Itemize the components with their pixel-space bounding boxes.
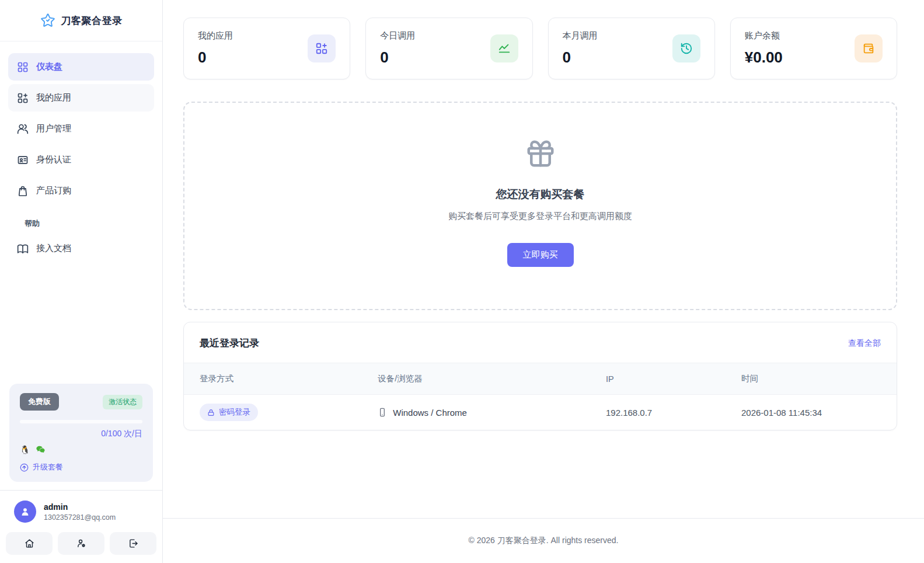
plan-card: 免费版 激活状态 0/100 次/日 🐧 <box>9 384 153 482</box>
gift-icon <box>184 138 896 172</box>
empty-state-title: 您还没有购买套餐 <box>184 187 896 202</box>
stat-card-my-apps: 我的应用 0 <box>183 18 350 79</box>
app-root: 刀客聚合登录 仪表盘 我的应用 <box>0 0 924 563</box>
qq-icon: 🐧 <box>20 446 30 454</box>
dashboard-grid-icon <box>17 61 29 73</box>
quota-text: 0/100 次/日 <box>20 429 142 439</box>
plan-status-badge: 激活状态 <box>103 395 142 409</box>
quota-progress-bar <box>20 420 142 423</box>
stat-label: 我的应用 <box>198 30 233 41</box>
copyright-footer: © 2026 刀客聚合登录. All rights reserved. <box>163 518 924 563</box>
sidebar-item-label: 接入文档 <box>36 243 71 254</box>
stat-value: 0 <box>198 48 233 67</box>
login-method-badge: 密码登录 <box>200 404 258 421</box>
device-icon <box>378 408 387 417</box>
stat-value: 0 <box>563 48 598 67</box>
empty-state-subtitle: 购买套餐后可享受更多登录平台和更高调用额度 <box>184 211 896 222</box>
sidebar-item-my-apps[interactable]: 我的应用 <box>8 84 154 112</box>
sidebar-item-label: 仪表盘 <box>36 61 62 72</box>
avatar <box>14 501 36 523</box>
stat-value: 0 <box>380 48 415 67</box>
stat-value: ¥0.00 <box>745 48 783 67</box>
stat-card-balance: 账户余额 ¥0.00 <box>730 18 897 79</box>
stat-label: 账户余额 <box>745 30 783 41</box>
column-header-device: 设备/浏览器 <box>362 363 590 395</box>
grid-plus-icon <box>308 34 336 62</box>
book-icon <box>17 243 29 255</box>
home-button[interactable] <box>6 532 53 555</box>
user-block: admin 1302357281@qq.com <box>0 490 162 529</box>
users-icon <box>17 123 29 135</box>
user-email: 1302357281@qq.com <box>44 513 116 522</box>
wechat-icon <box>36 444 46 454</box>
device-cell: Windows / Chrome <box>378 408 574 418</box>
no-package-panel: 您还没有购买套餐 购买套餐后可享受更多登录平台和更高调用额度 立即购买 <box>183 102 897 310</box>
sidebar-item-docs[interactable]: 接入文档 <box>8 235 154 262</box>
plan-name-badge: 免费版 <box>20 393 59 411</box>
buy-now-button[interactable]: 立即购买 <box>507 243 574 267</box>
main-content: 我的应用 0 今日调用 0 <box>163 0 924 563</box>
ip-cell: 192.168.0.7 <box>590 395 726 430</box>
column-header-method: 登录方式 <box>184 363 362 395</box>
upgrade-plan-label: 升级套餐 <box>33 462 63 472</box>
star-logo-icon <box>40 13 55 28</box>
recent-logins-table: 登录方式 设备/浏览器 IP 时间 <box>184 363 897 430</box>
sidebar-item-label: 产品订购 <box>36 185 71 196</box>
sidebar-item-label: 我的应用 <box>36 92 71 103</box>
logo: 刀客聚合登录 <box>0 0 162 41</box>
sidebar-item-user-management[interactable]: 用户管理 <box>8 115 154 143</box>
help-section-label: 帮助 <box>25 218 146 229</box>
user-actions <box>0 529 162 563</box>
history-clock-icon <box>672 34 700 62</box>
view-all-link[interactable]: 查看全部 <box>848 338 881 349</box>
stat-card-month-calls: 本月调用 0 <box>548 18 715 79</box>
recent-logins-card: 最近登录记录 查看全部 登录方式 设备/浏览器 IP 时间 <box>183 322 897 430</box>
account-settings-button[interactable] <box>58 532 104 555</box>
shopping-bag-icon <box>17 185 29 197</box>
lock-icon <box>207 409 215 416</box>
grid-plus-icon <box>17 92 29 104</box>
stat-card-today-calls: 今日调用 0 <box>365 18 532 79</box>
stats-row: 我的应用 0 今日调用 0 <box>183 18 897 79</box>
logout-button[interactable] <box>110 532 156 555</box>
upgrade-plan-link[interactable]: 升级套餐 <box>20 462 142 472</box>
column-header-time: 时间 <box>726 363 897 395</box>
sidebar-item-label: 用户管理 <box>36 123 71 134</box>
user-gear-icon <box>76 538 86 548</box>
sidebar: 刀客聚合登录 仪表盘 我的应用 <box>0 0 163 563</box>
id-card-icon <box>17 154 29 166</box>
sidebar-nav: 仪表盘 我的应用 用户管理 <box>0 41 162 266</box>
table-row: 密码登录 Windows / Chrome <box>184 395 897 430</box>
stat-label: 本月调用 <box>563 30 598 41</box>
stat-label: 今日调用 <box>380 30 415 41</box>
column-header-ip: IP <box>590 363 726 395</box>
arrow-up-circle-icon <box>20 463 29 472</box>
chart-line-icon <box>490 34 518 62</box>
logout-icon <box>128 538 138 548</box>
sidebar-item-dashboard[interactable]: 仪表盘 <box>8 53 154 81</box>
recent-logins-title: 最近登录记录 <box>200 336 259 350</box>
wallet-icon <box>855 34 883 62</box>
sidebar-item-identity[interactable]: 身份认证 <box>8 146 154 173</box>
time-cell: 2026-01-08 11:45:34 <box>726 395 897 430</box>
app-title: 刀客聚合登录 <box>61 14 123 27</box>
sidebar-item-products[interactable]: 产品订购 <box>8 177 154 204</box>
sidebar-item-label: 身份认证 <box>36 154 71 165</box>
home-icon <box>25 538 34 548</box>
user-name: admin <box>44 502 116 512</box>
